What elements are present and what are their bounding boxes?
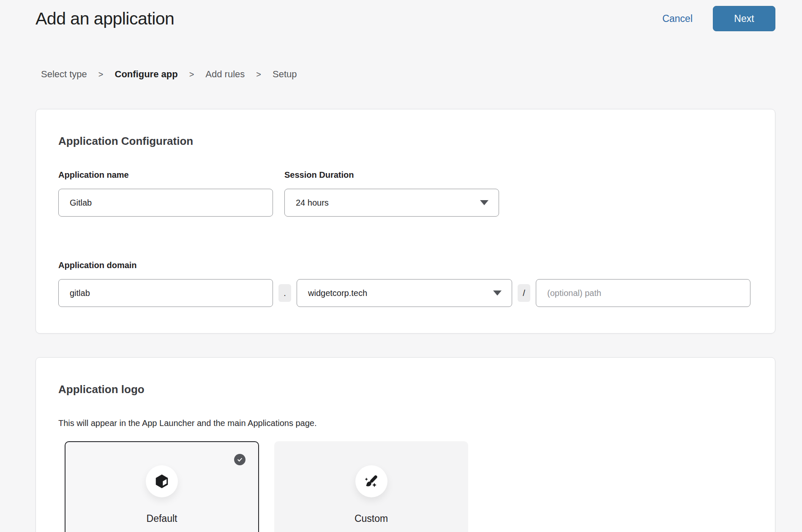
logo-option-tiles: Default Custom bbox=[65, 441, 753, 532]
slash-separator: / bbox=[518, 284, 530, 302]
breadcrumb-step-add-rules[interactable]: Add rules bbox=[205, 69, 245, 80]
dot-separator: . bbox=[278, 284, 291, 302]
custom-logo-circle bbox=[355, 465, 387, 497]
subdomain-input[interactable] bbox=[58, 279, 273, 307]
next-button[interactable]: Next bbox=[713, 6, 775, 31]
cube-icon bbox=[154, 473, 170, 489]
name-duration-row: Application name Session Duration 24 hou… bbox=[58, 170, 753, 217]
breadcrumb-separator: > bbox=[256, 70, 261, 79]
chevron-down-icon bbox=[493, 290, 502, 296]
chevron-down-icon bbox=[480, 200, 488, 205]
application-logo-card: Application logo This will appear in the… bbox=[35, 357, 775, 532]
breadcrumb-separator: > bbox=[189, 70, 194, 79]
breadcrumb-step-select-type[interactable]: Select type bbox=[41, 69, 87, 80]
paintbrush-icon bbox=[363, 473, 380, 490]
domain-selected-value: widgetcorp.tech bbox=[308, 288, 367, 298]
session-duration-field-group: Session Duration 24 hours bbox=[284, 170, 499, 217]
breadcrumb-step-configure-app[interactable]: Configure app bbox=[115, 69, 178, 80]
application-domain-row: Application domain . widgetcorp.tech / bbox=[58, 261, 753, 307]
logo-option-label: Custom bbox=[275, 513, 467, 524]
domain-select[interactable]: widgetcorp.tech bbox=[297, 279, 512, 307]
logo-card-description: This will appear in the App Launcher and… bbox=[58, 418, 753, 428]
breadcrumb: Select type > Configure app > Add rules … bbox=[41, 69, 802, 80]
check-badge-icon bbox=[234, 454, 246, 465]
application-name-input[interactable] bbox=[58, 189, 273, 217]
logo-option-label: Default bbox=[65, 513, 258, 524]
logo-option-default[interactable]: Default bbox=[65, 441, 259, 532]
configuration-card-heading: Application Configuration bbox=[58, 135, 753, 148]
logo-option-custom[interactable]: Custom bbox=[274, 441, 468, 532]
cancel-button[interactable]: Cancel bbox=[662, 13, 693, 24]
logo-card-heading: Application logo bbox=[58, 383, 753, 396]
session-duration-selected-value: 24 hours bbox=[296, 198, 329, 208]
application-domain-label: Application domain bbox=[58, 261, 753, 270]
breadcrumb-separator: > bbox=[98, 70, 104, 79]
application-name-label: Application name bbox=[58, 170, 273, 180]
application-configuration-card: Application Configuration Application na… bbox=[35, 109, 775, 334]
application-name-field-group: Application name bbox=[58, 170, 273, 217]
session-duration-select[interactable]: 24 hours bbox=[284, 189, 499, 217]
add-application-page: Add an application Cancel Next Select ty… bbox=[0, 0, 802, 532]
page-header: Add an application Cancel Next bbox=[0, 0, 802, 31]
default-logo-circle bbox=[146, 465, 178, 497]
session-duration-label: Session Duration bbox=[284, 170, 499, 180]
path-input[interactable] bbox=[536, 279, 750, 307]
application-domain-controls: . widgetcorp.tech / bbox=[58, 279, 753, 307]
page-title: Add an application bbox=[35, 9, 662, 29]
breadcrumb-step-setup[interactable]: Setup bbox=[273, 69, 297, 80]
